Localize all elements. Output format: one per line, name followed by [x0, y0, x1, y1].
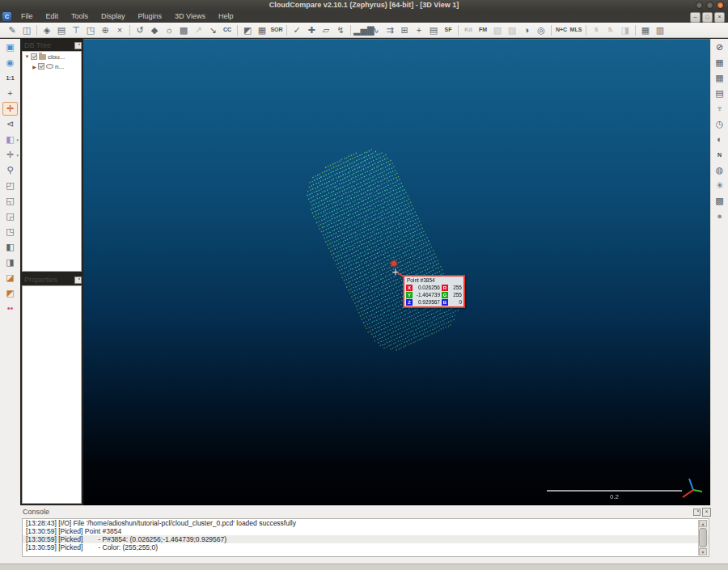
s-curve-icon[interactable]: S — [589, 23, 603, 36]
sphere-mesh-icon[interactable]: ◎ — [534, 23, 548, 36]
console-log-line[interactable]: [13:30:59] [Picked] Point #3854 — [23, 527, 709, 535]
cc-letters-icon[interactable]: CC — [220, 23, 235, 36]
pcv-light-icon[interactable]: ◍ — [712, 163, 727, 177]
add-icon[interactable]: + — [412, 23, 426, 36]
image-a-icon[interactable]: ▧ — [490, 23, 505, 36]
profile-arrows-icon[interactable]: ⇉ — [383, 23, 397, 36]
tree-item-label[interactable]: n... — [55, 63, 64, 70]
compass-icon[interactable]: ◷ — [712, 117, 727, 131]
mdi-minimize-button[interactable]: – — [690, 12, 700, 23]
rotation-arrow-icon[interactable]: ⊲ — [2, 117, 18, 131]
console-close-icon[interactable]: × — [702, 508, 711, 517]
m3c2-icon[interactable]: ✳ — [712, 179, 727, 192]
console-log-line[interactable]: [13:30:59] [Picked] - Color: (255;255;0) — [23, 543, 709, 551]
zoom-1-1-button[interactable]: 1:1 — [2, 71, 18, 85]
fm-button[interactable]: FM — [476, 23, 490, 36]
image-plugin-a-icon[interactable]: ▦ — [712, 56, 727, 70]
checkbox-icon[interactable] — [38, 63, 44, 70]
checkerboard-icon[interactable]: ▦ — [255, 23, 269, 36]
grid-table-icon[interactable]: ⊞ — [397, 23, 412, 36]
mdi-close-button[interactable]: × — [714, 12, 725, 23]
menu-display[interactable]: Display — [95, 11, 132, 23]
stereo-dots-icon[interactable]: •• — [2, 302, 18, 315]
s-dot-icon[interactable]: S. — [603, 23, 618, 36]
pivot-visibility-icon[interactable]: ✛▾ — [2, 148, 18, 162]
merge-icon[interactable]: ⊕ — [98, 23, 112, 36]
view-right-icon[interactable]: ◳ — [2, 225, 18, 239]
menu-help[interactable]: Help — [212, 11, 240, 23]
resize-b-icon[interactable]: ↘ — [205, 23, 220, 36]
curve-fit-icon[interactable]: ∿ — [368, 23, 383, 36]
delete-icon[interactable]: × — [112, 23, 127, 36]
console-log-line[interactable]: [13:30:59] [Picked] - P#3854: (0.026256;… — [23, 535, 709, 543]
blob-icon[interactable]: ● — [712, 209, 727, 223]
view-left-icon[interactable]: ◲ — [2, 209, 18, 223]
mdi-restore-button[interactable]: □ — [702, 12, 713, 23]
disable-plugin-icon[interactable]: ⊘ — [712, 40, 727, 54]
properties-list-icon[interactable]: ▤ — [54, 23, 69, 36]
sor-filter-button[interactable]: SOR — [269, 23, 284, 36]
subsample-icon[interactable]: ⊤ — [69, 23, 83, 36]
polyline-icon[interactable]: ↯ — [333, 23, 348, 36]
resize-a-icon[interactable]: ↗ — [191, 23, 205, 36]
clean-table-icon[interactable]: ▦ — [638, 23, 653, 36]
classify-table-icon[interactable]: ▥ — [653, 23, 667, 36]
scrollbar-thumb[interactable] — [699, 528, 707, 547]
3d-viewport[interactable]: Point #3854 X 0.026256 R 255 Y -1.464739… — [83, 39, 710, 505]
scalar-field-button[interactable]: SF — [441, 23, 455, 36]
display-options-icon[interactable]: ▣ — [2, 40, 18, 54]
view-iso1-icon[interactable]: ◪ — [2, 271, 18, 285]
view-top-icon[interactable]: ◧ — [2, 240, 18, 254]
image-plugin-b-icon[interactable]: ▦ — [712, 71, 727, 85]
screenshot-camera-icon[interactable]: ◉ — [2, 56, 18, 70]
tree-item-point-cloud[interactable]: ▶ n... — [23, 61, 81, 71]
export-door-icon[interactable]: ◨ — [618, 23, 633, 36]
expand-arrow-icon[interactable]: ▼ — [23, 54, 31, 59]
pattern-icon[interactable]: ▩ — [176, 23, 191, 36]
point-picking-button[interactable]: ✛ — [2, 102, 18, 116]
save-button[interactable]: ◫ — [19, 23, 34, 36]
mls-button[interactable]: MLS — [569, 23, 583, 36]
normals-n-icon[interactable]: N — [712, 148, 727, 162]
histogram-icon[interactable]: ▂▅▇ — [353, 23, 368, 36]
normals-curvature-button[interactable]: N+C — [554, 23, 569, 36]
view-front-icon[interactable]: ◰ — [2, 179, 18, 192]
translate-icon[interactable]: ✚ — [304, 23, 319, 36]
globe-icon[interactable]: ◑ — [519, 23, 534, 36]
octree-cube-icon[interactable]: ◩ — [240, 23, 255, 36]
view-iso2-icon[interactable]: ◩ — [2, 286, 18, 300]
undo-rotation-icon[interactable]: ↺ — [133, 23, 147, 36]
close-button[interactable] — [717, 2, 724, 9]
menu-3d-views[interactable]: 3D Views — [168, 11, 212, 23]
clone-icon[interactable]: ◳ — [83, 23, 98, 36]
set-pivot-icon[interactable]: + — [2, 87, 18, 100]
zoom-magnifier-icon[interactable]: ⚲ — [2, 163, 18, 177]
checkbox-icon[interactable] — [31, 53, 37, 60]
console-scrollbar[interactable]: ▲ ▼ — [698, 520, 708, 555]
menu-file[interactable]: File — [15, 11, 40, 23]
menu-edit[interactable]: Edit — [40, 11, 66, 23]
image-b-icon[interactable]: ▨ — [505, 23, 519, 36]
open-button[interactable]: ✎ — [5, 23, 19, 36]
broom-icon[interactable]: ♆ — [712, 102, 727, 116]
view-back-icon[interactable]: ◱ — [2, 194, 18, 208]
db-tree-detach-icon[interactable] — [74, 42, 82, 49]
console-log-line[interactable]: [13:28:43] [I/O] File '/home/adioshun/tu… — [23, 519, 709, 527]
kd-tree-button[interactable]: Kd — [461, 23, 476, 36]
menu-tools[interactable]: Tools — [65, 11, 95, 23]
menu-plugins[interactable]: Plugins — [132, 11, 169, 23]
collapse-arrow-icon[interactable]: ▶ — [31, 64, 38, 70]
level-shield-icon[interactable]: ◆ — [147, 23, 162, 36]
fit-plane-icon[interactable]: ▱ — [319, 23, 333, 36]
minimize-button[interactable] — [696, 2, 703, 9]
animation-film-icon[interactable]: ▤ — [712, 87, 727, 100]
calculator-icon[interactable]: ▤ — [426, 23, 441, 36]
facets-icon[interactable]: ◐ — [712, 133, 727, 146]
perspective-cube-icon[interactable]: ◧▾ — [2, 133, 18, 146]
zoom-global-icon[interactable]: ◈ — [40, 23, 54, 36]
noise-texture-icon[interactable]: ▩ — [712, 194, 727, 208]
tree-item-cloud-file[interactable]: ▼ clou... — [23, 52, 81, 61]
console-detach-icon[interactable] — [693, 509, 700, 516]
render-sun-icon[interactable]: ☼ — [162, 23, 176, 36]
check-pick-icon[interactable]: ✓ — [290, 23, 304, 36]
